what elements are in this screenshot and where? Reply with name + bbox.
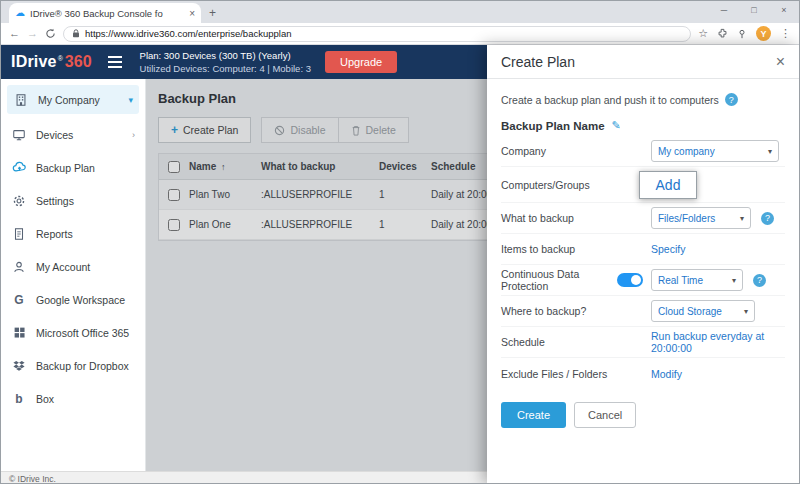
modify-link[interactable]: Modify — [651, 368, 682, 380]
logo-360: 360 — [65, 53, 92, 71]
cdp-frequency-select[interactable]: Real Time ▾ — [651, 269, 743, 291]
company-select-value: My company — [658, 146, 715, 157]
exclude-label: Exclude Files / Folders — [501, 368, 651, 380]
sidebar-item-label: Box — [36, 393, 54, 405]
refresh-icon[interactable] — [45, 28, 56, 39]
window-maximize-button[interactable]: □ — [739, 1, 769, 21]
disable-button[interactable]: Disable — [261, 117, 338, 143]
company-label: Company — [501, 145, 651, 157]
computers-groups-label: Computers/Groups — [501, 179, 651, 191]
bookmark-star-icon[interactable]: ☆ — [698, 28, 708, 39]
sidebar-item-dropbox[interactable]: Backup for Dropbox — [1, 349, 145, 382]
panel-title: Create Plan — [501, 54, 575, 70]
idrive-360-logo: IDrive ® 360 — [11, 53, 92, 71]
lock-icon — [72, 29, 80, 38]
what-to-backup-row: What to backup Files/Folders ▾ ? — [501, 203, 785, 234]
plan-name: Plan Two — [189, 189, 261, 200]
items-to-backup-label: Items to backup — [501, 243, 651, 255]
back-icon[interactable]: ← — [9, 28, 20, 39]
cancel-button[interactable]: Cancel — [574, 402, 636, 428]
col-devices[interactable]: Devices — [379, 161, 431, 172]
create-plan-panel: Create Plan × Create a backup plan and p… — [487, 45, 799, 483]
tab-strip: ☁ IDrive® 360 Backup Console fo × + ─ □ … — [1, 1, 799, 23]
backup-plan-name-label: Backup Plan Name — [501, 120, 605, 132]
url-field[interactable]: https://www.idrive360.com/enterprise/bac… — [63, 26, 691, 42]
edit-pencil-icon[interactable]: ✎ — [612, 119, 621, 132]
sidebar-item-office-365[interactable]: Microsoft Office 365 — [1, 316, 145, 349]
where-to-backup-label: Where to backup? — [501, 305, 651, 317]
create-plan-button[interactable]: + Create Plan — [158, 117, 251, 143]
building-icon — [13, 93, 29, 107]
new-tab-button[interactable]: + — [209, 6, 216, 20]
create-button[interactable]: Create — [501, 402, 566, 428]
what-to-backup-select[interactable]: Files/Folders ▾ — [651, 207, 751, 229]
dropbox-icon — [11, 359, 27, 373]
sidebar-item-label: My Company — [38, 94, 100, 106]
help-icon[interactable]: ? — [761, 212, 774, 225]
logo-reg-mark: ® — [58, 55, 63, 62]
person-icon — [11, 260, 27, 274]
profile-avatar[interactable]: Y — [756, 26, 771, 41]
sidebar-item-devices[interactable]: Devices › — [1, 118, 145, 151]
help-icon[interactable]: ? — [753, 274, 766, 287]
specify-link[interactable]: Specify — [651, 243, 685, 255]
sidebar-item-my-company[interactable]: My Company ▾ — [7, 85, 139, 114]
usage-line: Utilized Devices: Computer: 4 | Mobile: … — [140, 62, 311, 75]
schedule-link[interactable]: Run backup everyday at 20:00:00 — [651, 330, 785, 354]
sidebar-item-reports[interactable]: Reports — [1, 217, 145, 250]
row-checkbox[interactable] — [168, 219, 180, 231]
close-icon[interactable]: × — [776, 54, 785, 70]
extensions-puzzle-icon[interactable] — [717, 28, 728, 39]
plan-devices: 1 — [379, 219, 431, 230]
sidebar-item-label: Backup Plan — [36, 162, 95, 174]
col-name[interactable]: Name ↑ — [189, 161, 261, 172]
company-row: Company My company ▾ — [501, 136, 785, 167]
cdp-select-value: Real Time — [658, 275, 703, 286]
tab-close-icon[interactable]: × — [189, 8, 195, 19]
company-select[interactable]: My company ▾ — [651, 140, 779, 162]
help-icon[interactable]: ? — [725, 93, 738, 106]
window-minimize-button[interactable]: ─ — [709, 1, 739, 21]
chevron-right-icon: › — [132, 130, 135, 140]
panel-subtitle: Create a backup plan and push it to comp… — [501, 94, 719, 106]
sidebar-item-backup-plan[interactable]: Backup Plan — [1, 151, 145, 184]
sidebar-item-box[interactable]: b Box — [1, 382, 145, 415]
plan-line: Plan: 300 Devices (300 TB) (Yearly) — [140, 49, 311, 62]
forward-icon[interactable]: → — [27, 28, 38, 39]
disable-icon — [274, 125, 285, 136]
pin-icon[interactable] — [737, 29, 747, 39]
where-select-value: Cloud Storage — [658, 306, 722, 317]
address-bar: ← → https://www.idrive360.com/enterprise… — [1, 23, 799, 45]
schedule-label: Schedule — [501, 336, 651, 348]
items-to-backup-row: Items to backup Specify — [501, 234, 785, 265]
row-checkbox[interactable] — [168, 189, 180, 201]
cdp-toggle[interactable] — [617, 273, 643, 287]
caret-down-icon: ▾ — [740, 214, 744, 223]
select-all-checkbox[interactable] — [168, 161, 180, 173]
box-icon: b — [11, 393, 27, 405]
address-bar-icons: ☆ Y ⋮ — [698, 26, 791, 41]
browser-tab[interactable]: ☁ IDrive® 360 Backup Console fo × — [9, 3, 201, 23]
sidebar-item-my-account[interactable]: My Account — [1, 250, 145, 283]
sidebar: My Company ▾ Devices › Backup Plan — [1, 79, 146, 471]
where-to-backup-select[interactable]: Cloud Storage ▾ — [651, 300, 755, 322]
hamburger-menu-icon[interactable] — [108, 56, 122, 68]
tab-favicon-icon: ☁ — [15, 8, 25, 18]
add-computers-button[interactable]: Add — [639, 171, 697, 199]
upgrade-button[interactable]: Upgrade — [325, 51, 397, 73]
sidebar-item-google-workspace[interactable]: G Google Workspace — [1, 283, 145, 316]
office-grid-icon — [11, 326, 27, 339]
col-what-to-backup[interactable]: What to backup — [261, 161, 379, 172]
report-icon — [11, 227, 27, 241]
chevron-down-icon: ▾ — [128, 95, 133, 105]
sidebar-item-settings[interactable]: Settings — [1, 184, 145, 217]
what-select-value: Files/Folders — [658, 213, 715, 224]
panel-actions: Create Cancel — [501, 402, 785, 428]
delete-button[interactable]: Delete — [339, 117, 409, 143]
sidebar-item-label: Settings — [36, 195, 74, 207]
panel-header: Create Plan × — [487, 45, 799, 79]
window-close-button[interactable]: × — [769, 1, 799, 21]
monitor-icon — [11, 128, 27, 142]
plus-icon: + — [171, 123, 178, 137]
browser-menu-icon[interactable]: ⋮ — [780, 28, 791, 39]
